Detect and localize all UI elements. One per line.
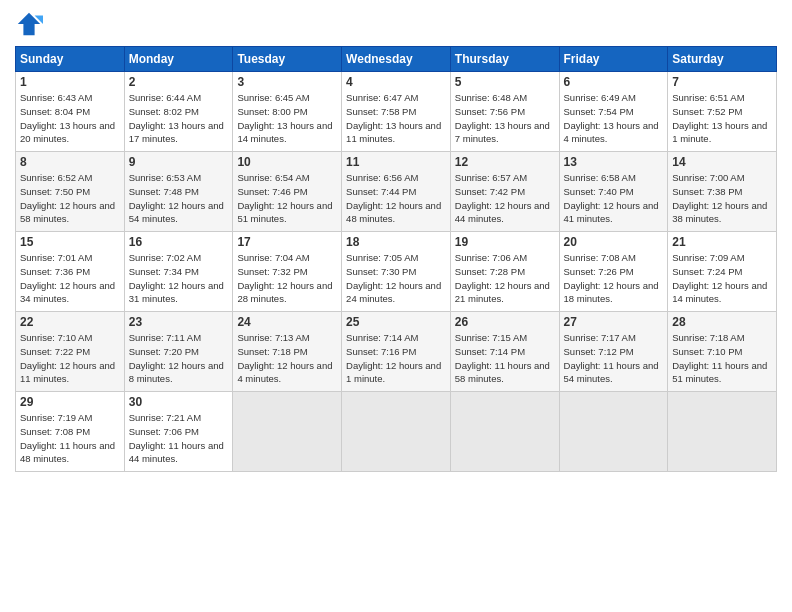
day-number: 11 bbox=[346, 155, 446, 169]
day-info: Sunrise: 7:10 AMSunset: 7:22 PMDaylight:… bbox=[20, 331, 120, 386]
calendar-cell: 6Sunrise: 6:49 AMSunset: 7:54 PMDaylight… bbox=[559, 72, 668, 152]
week-row-5: 29Sunrise: 7:19 AMSunset: 7:08 PMDayligh… bbox=[16, 392, 777, 472]
day-number: 30 bbox=[129, 395, 229, 409]
day-number: 13 bbox=[564, 155, 664, 169]
calendar-cell: 17Sunrise: 7:04 AMSunset: 7:32 PMDayligh… bbox=[233, 232, 342, 312]
calendar-cell: 29Sunrise: 7:19 AMSunset: 7:08 PMDayligh… bbox=[16, 392, 125, 472]
day-number: 22 bbox=[20, 315, 120, 329]
day-info: Sunrise: 6:49 AMSunset: 7:54 PMDaylight:… bbox=[564, 91, 664, 146]
day-number: 27 bbox=[564, 315, 664, 329]
day-info: Sunrise: 7:11 AMSunset: 7:20 PMDaylight:… bbox=[129, 331, 229, 386]
day-info: Sunrise: 7:14 AMSunset: 7:16 PMDaylight:… bbox=[346, 331, 446, 386]
day-info: Sunrise: 7:04 AMSunset: 7:32 PMDaylight:… bbox=[237, 251, 337, 306]
weekday-header-friday: Friday bbox=[559, 47, 668, 72]
day-info: Sunrise: 6:45 AMSunset: 8:00 PMDaylight:… bbox=[237, 91, 337, 146]
calendar-cell: 14Sunrise: 7:00 AMSunset: 7:38 PMDayligh… bbox=[668, 152, 777, 232]
day-number: 1 bbox=[20, 75, 120, 89]
week-row-3: 15Sunrise: 7:01 AMSunset: 7:36 PMDayligh… bbox=[16, 232, 777, 312]
day-info: Sunrise: 6:47 AMSunset: 7:58 PMDaylight:… bbox=[346, 91, 446, 146]
day-number: 16 bbox=[129, 235, 229, 249]
calendar-cell: 25Sunrise: 7:14 AMSunset: 7:16 PMDayligh… bbox=[342, 312, 451, 392]
day-info: Sunrise: 7:06 AMSunset: 7:28 PMDaylight:… bbox=[455, 251, 555, 306]
calendar-cell: 23Sunrise: 7:11 AMSunset: 7:20 PMDayligh… bbox=[124, 312, 233, 392]
weekday-header-wednesday: Wednesday bbox=[342, 47, 451, 72]
day-number: 4 bbox=[346, 75, 446, 89]
calendar-cell: 19Sunrise: 7:06 AMSunset: 7:28 PMDayligh… bbox=[450, 232, 559, 312]
day-info: Sunrise: 7:09 AMSunset: 7:24 PMDaylight:… bbox=[672, 251, 772, 306]
calendar-cell: 9Sunrise: 6:53 AMSunset: 7:48 PMDaylight… bbox=[124, 152, 233, 232]
page: SundayMondayTuesdayWednesdayThursdayFrid… bbox=[0, 0, 792, 612]
weekday-header-saturday: Saturday bbox=[668, 47, 777, 72]
week-row-2: 8Sunrise: 6:52 AMSunset: 7:50 PMDaylight… bbox=[16, 152, 777, 232]
weekday-header-row: SundayMondayTuesdayWednesdayThursdayFrid… bbox=[16, 47, 777, 72]
calendar-cell: 5Sunrise: 6:48 AMSunset: 7:56 PMDaylight… bbox=[450, 72, 559, 152]
calendar-cell: 21Sunrise: 7:09 AMSunset: 7:24 PMDayligh… bbox=[668, 232, 777, 312]
calendar-cell: 26Sunrise: 7:15 AMSunset: 7:14 PMDayligh… bbox=[450, 312, 559, 392]
day-number: 26 bbox=[455, 315, 555, 329]
day-number: 17 bbox=[237, 235, 337, 249]
day-number: 21 bbox=[672, 235, 772, 249]
calendar-cell: 4Sunrise: 6:47 AMSunset: 7:58 PMDaylight… bbox=[342, 72, 451, 152]
calendar-cell: 22Sunrise: 7:10 AMSunset: 7:22 PMDayligh… bbox=[16, 312, 125, 392]
day-number: 23 bbox=[129, 315, 229, 329]
calendar-cell: 15Sunrise: 7:01 AMSunset: 7:36 PMDayligh… bbox=[16, 232, 125, 312]
day-number: 5 bbox=[455, 75, 555, 89]
day-info: Sunrise: 7:13 AMSunset: 7:18 PMDaylight:… bbox=[237, 331, 337, 386]
day-info: Sunrise: 7:18 AMSunset: 7:10 PMDaylight:… bbox=[672, 331, 772, 386]
day-number: 20 bbox=[564, 235, 664, 249]
calendar-cell bbox=[559, 392, 668, 472]
calendar-cell: 10Sunrise: 6:54 AMSunset: 7:46 PMDayligh… bbox=[233, 152, 342, 232]
day-number: 3 bbox=[237, 75, 337, 89]
logo-icon bbox=[15, 10, 43, 38]
day-info: Sunrise: 6:43 AMSunset: 8:04 PMDaylight:… bbox=[20, 91, 120, 146]
day-number: 28 bbox=[672, 315, 772, 329]
calendar-cell: 16Sunrise: 7:02 AMSunset: 7:34 PMDayligh… bbox=[124, 232, 233, 312]
day-number: 24 bbox=[237, 315, 337, 329]
calendar-cell bbox=[668, 392, 777, 472]
day-number: 7 bbox=[672, 75, 772, 89]
calendar-cell: 30Sunrise: 7:21 AMSunset: 7:06 PMDayligh… bbox=[124, 392, 233, 472]
week-row-4: 22Sunrise: 7:10 AMSunset: 7:22 PMDayligh… bbox=[16, 312, 777, 392]
day-info: Sunrise: 7:00 AMSunset: 7:38 PMDaylight:… bbox=[672, 171, 772, 226]
calendar-cell bbox=[233, 392, 342, 472]
day-number: 8 bbox=[20, 155, 120, 169]
day-number: 18 bbox=[346, 235, 446, 249]
week-row-1: 1Sunrise: 6:43 AMSunset: 8:04 PMDaylight… bbox=[16, 72, 777, 152]
calendar-cell: 24Sunrise: 7:13 AMSunset: 7:18 PMDayligh… bbox=[233, 312, 342, 392]
day-info: Sunrise: 6:52 AMSunset: 7:50 PMDaylight:… bbox=[20, 171, 120, 226]
day-number: 19 bbox=[455, 235, 555, 249]
calendar-cell: 11Sunrise: 6:56 AMSunset: 7:44 PMDayligh… bbox=[342, 152, 451, 232]
day-number: 14 bbox=[672, 155, 772, 169]
day-number: 15 bbox=[20, 235, 120, 249]
weekday-header-tuesday: Tuesday bbox=[233, 47, 342, 72]
day-number: 9 bbox=[129, 155, 229, 169]
day-number: 2 bbox=[129, 75, 229, 89]
calendar-cell: 8Sunrise: 6:52 AMSunset: 7:50 PMDaylight… bbox=[16, 152, 125, 232]
calendar-cell bbox=[450, 392, 559, 472]
calendar-cell: 18Sunrise: 7:05 AMSunset: 7:30 PMDayligh… bbox=[342, 232, 451, 312]
calendar-cell: 13Sunrise: 6:58 AMSunset: 7:40 PMDayligh… bbox=[559, 152, 668, 232]
weekday-header-thursday: Thursday bbox=[450, 47, 559, 72]
day-info: Sunrise: 6:54 AMSunset: 7:46 PMDaylight:… bbox=[237, 171, 337, 226]
day-number: 10 bbox=[237, 155, 337, 169]
calendar-cell: 2Sunrise: 6:44 AMSunset: 8:02 PMDaylight… bbox=[124, 72, 233, 152]
weekday-header-sunday: Sunday bbox=[16, 47, 125, 72]
logo bbox=[15, 10, 45, 38]
calendar-cell: 12Sunrise: 6:57 AMSunset: 7:42 PMDayligh… bbox=[450, 152, 559, 232]
day-info: Sunrise: 7:05 AMSunset: 7:30 PMDaylight:… bbox=[346, 251, 446, 306]
calendar-cell: 27Sunrise: 7:17 AMSunset: 7:12 PMDayligh… bbox=[559, 312, 668, 392]
day-info: Sunrise: 7:19 AMSunset: 7:08 PMDaylight:… bbox=[20, 411, 120, 466]
day-info: Sunrise: 7:01 AMSunset: 7:36 PMDaylight:… bbox=[20, 251, 120, 306]
header bbox=[15, 10, 777, 38]
day-info: Sunrise: 6:51 AMSunset: 7:52 PMDaylight:… bbox=[672, 91, 772, 146]
calendar-cell: 28Sunrise: 7:18 AMSunset: 7:10 PMDayligh… bbox=[668, 312, 777, 392]
day-info: Sunrise: 7:02 AMSunset: 7:34 PMDaylight:… bbox=[129, 251, 229, 306]
calendar-cell bbox=[342, 392, 451, 472]
calendar-cell: 3Sunrise: 6:45 AMSunset: 8:00 PMDaylight… bbox=[233, 72, 342, 152]
calendar-cell: 20Sunrise: 7:08 AMSunset: 7:26 PMDayligh… bbox=[559, 232, 668, 312]
day-info: Sunrise: 6:53 AMSunset: 7:48 PMDaylight:… bbox=[129, 171, 229, 226]
day-info: Sunrise: 7:21 AMSunset: 7:06 PMDaylight:… bbox=[129, 411, 229, 466]
day-info: Sunrise: 7:17 AMSunset: 7:12 PMDaylight:… bbox=[564, 331, 664, 386]
day-info: Sunrise: 7:15 AMSunset: 7:14 PMDaylight:… bbox=[455, 331, 555, 386]
day-number: 12 bbox=[455, 155, 555, 169]
